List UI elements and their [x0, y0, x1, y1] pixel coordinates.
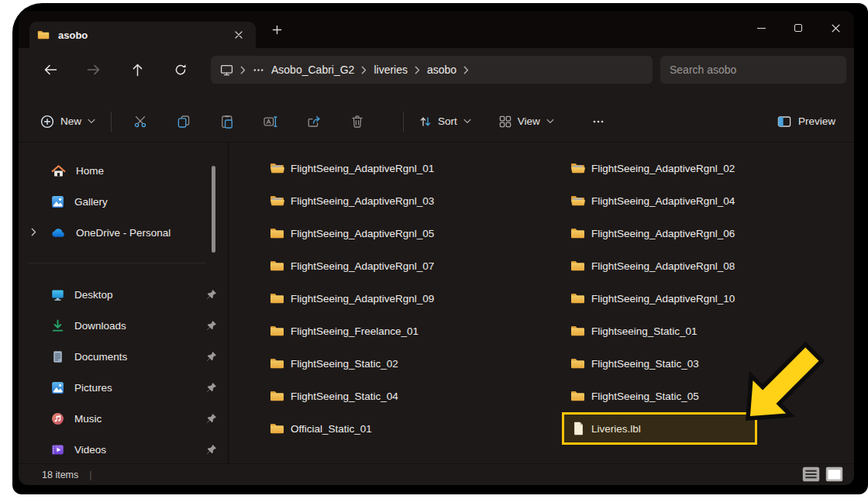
- sort-button-label: Sort: [438, 115, 457, 127]
- sidebar-item-label: Music: [74, 413, 102, 425]
- delete-button[interactable]: [344, 108, 370, 135]
- new-button[interactable]: New: [40, 115, 95, 129]
- view-button[interactable]: View: [499, 115, 554, 128]
- close-window-button[interactable]: [817, 11, 854, 45]
- explorer-tab[interactable]: asobo: [29, 22, 256, 48]
- window-controls: [742, 11, 854, 48]
- folder-icon: [270, 227, 285, 239]
- file-row[interactable]: FlightSeeing_Static_02: [255, 347, 556, 380]
- search-input[interactable]: [670, 64, 837, 76]
- file-row[interactable]: FlightSeeing_Static_03: [556, 347, 854, 380]
- home-icon: [51, 164, 66, 177]
- file-row[interactable]: FlightSeeing_AdaptiveRgnl_05: [255, 217, 556, 250]
- sidebar-item-videos[interactable]: Videos: [19, 434, 228, 465]
- ellipsis-icon[interactable]: [253, 64, 264, 76]
- folder-preview-icon: [270, 162, 285, 174]
- sidebar-item-desktop[interactable]: Desktop: [19, 279, 228, 310]
- chevron-down-icon: [88, 119, 95, 124]
- file-row[interactable]: FlightSeeing_Static_04: [255, 380, 556, 412]
- file-name: FlightSeeing_AdaptiveRgnl_08: [591, 260, 735, 272]
- share-button[interactable]: [301, 108, 327, 135]
- search-box[interactable]: [660, 56, 846, 84]
- pin-icon: [206, 289, 217, 300]
- file-row[interactable]: FlightSeeing_Static_05: [556, 380, 854, 412]
- command-toolbar: New Sort View Pre: [19, 91, 854, 143]
- file-name: FlightSeeing_Static_04: [291, 391, 398, 402]
- minimize-button[interactable]: [742, 11, 780, 45]
- sidebar-item-music[interactable]: Music: [19, 403, 228, 434]
- forward-button[interactable]: [85, 61, 102, 78]
- file-row[interactable]: FlightSeeing_AdaptiveRgnl_04: [556, 184, 854, 217]
- sort-button[interactable]: Sort: [419, 115, 471, 128]
- file-row[interactable]: FlightSeeing_Freelance_01: [255, 315, 556, 347]
- address-bar: Asobo_Cabri_G2 liveries asobo: [19, 48, 854, 91]
- file-row[interactable]: Flightseeing_Static_01: [556, 315, 854, 347]
- folder-icon: [570, 325, 586, 337]
- documents-icon: [51, 350, 64, 363]
- sidebar-scrollbar[interactable]: [212, 166, 215, 253]
- up-button[interactable]: [129, 61, 146, 78]
- file-row[interactable]: FlightSeeing_AdaptiveRgnl_07: [255, 250, 556, 282]
- back-button[interactable]: [42, 61, 59, 78]
- rename-button[interactable]: [257, 108, 284, 135]
- new-tab-button[interactable]: [264, 16, 290, 43]
- folder-icon: [270, 357, 285, 370]
- sidebar-item-label: Documents: [74, 351, 127, 363]
- breadcrumb-field[interactable]: Asobo_Cabri_G2 liveries asobo: [211, 56, 653, 84]
- paste-button[interactable]: [214, 108, 240, 135]
- maximize-button[interactable]: [780, 11, 817, 45]
- sort-arrows-icon: [419, 115, 432, 128]
- cut-icon: [133, 115, 147, 128]
- file-row[interactable]: FlightSeeing_AdaptiveRgnl_09: [255, 282, 556, 315]
- chevron-right-icon: [361, 66, 367, 74]
- file-list-area: FlightSeeing_AdaptiveRgnl_01 FlightSeein…: [229, 143, 854, 463]
- sidebar-item-label: Videos: [74, 444, 106, 456]
- pin-icon: [206, 413, 217, 424]
- sidebar-separator: [28, 263, 206, 263]
- plus-icon: [272, 25, 282, 35]
- file-row[interactable]: FlightSeeing_AdaptiveRgnl_02: [556, 152, 854, 184]
- file-row[interactable]: FlightSeeing_AdaptiveRgnl_03: [255, 184, 556, 217]
- details-view-icon[interactable]: [802, 466, 820, 482]
- large-icons-view-icon[interactable]: [825, 466, 843, 482]
- file-row[interactable]: Official_Static_01: [255, 412, 556, 445]
- chevron-down-icon: [463, 119, 471, 124]
- more-options-button[interactable]: [585, 108, 611, 135]
- refresh-button[interactable]: [172, 61, 189, 78]
- folder-icon: [570, 227, 586, 239]
- file-name: FlightSeeing_AdaptiveRgnl_02: [591, 163, 735, 174]
- file-row-liveries-lbl[interactable]: Liveries.lbl: [556, 412, 854, 445]
- preview-toggle-button[interactable]: Preview: [777, 115, 835, 128]
- sidebar-item-home[interactable]: Home: [19, 155, 228, 186]
- sidebar-section-gap: [19, 248, 228, 279]
- file-row[interactable]: FlightSeeing_AdaptiveRgnl_06: [556, 217, 854, 250]
- file-grid: FlightSeeing_AdaptiveRgnl_01 FlightSeein…: [229, 143, 854, 445]
- file-row[interactable]: FlightSeeing_AdaptiveRgnl_08: [556, 250, 854, 282]
- sidebar-item-label: Downloads: [74, 320, 126, 332]
- file-name: FlightSeeing_Static_05: [591, 391, 699, 402]
- close-icon: [235, 31, 243, 39]
- breadcrumb-item[interactable]: asobo: [427, 64, 456, 76]
- sidebar-item-onedrive[interactable]: OneDrive - Personal: [19, 217, 228, 248]
- copy-button[interactable]: [170, 108, 197, 135]
- file-row[interactable]: FlightSeeing_AdaptiveRgnl_01: [255, 152, 556, 184]
- breadcrumb-item[interactable]: Asobo_Cabri_G2: [271, 64, 354, 76]
- file-name: FlightSeeing_AdaptiveRgnl_01: [291, 163, 434, 174]
- explorer-body: Home Gallery OneDrive - Personal Desktop: [19, 143, 854, 463]
- forward-arrow-icon: [87, 64, 101, 75]
- folder-preview-icon: [570, 162, 586, 174]
- file-name: FlightSeeing_Static_02: [291, 358, 398, 370]
- file-row[interactable]: FlightSeeing_AdaptiveRgnl_10: [556, 282, 854, 315]
- close-tab-button[interactable]: [229, 26, 248, 44]
- file-explorer-window: asobo: [19, 11, 854, 485]
- sidebar-item-gallery[interactable]: Gallery: [19, 186, 228, 217]
- chevron-right-icon[interactable]: [31, 227, 36, 239]
- folder-icon: [270, 390, 285, 402]
- sidebar-item-documents[interactable]: Documents: [19, 341, 228, 372]
- sidebar-item-pictures[interactable]: Pictures: [19, 372, 228, 403]
- breadcrumb-item[interactable]: liveries: [374, 64, 408, 76]
- folder-icon: [270, 325, 285, 337]
- cut-button[interactable]: [127, 108, 153, 135]
- sidebar-item-downloads[interactable]: Downloads: [19, 310, 228, 341]
- maximize-icon: [794, 24, 802, 32]
